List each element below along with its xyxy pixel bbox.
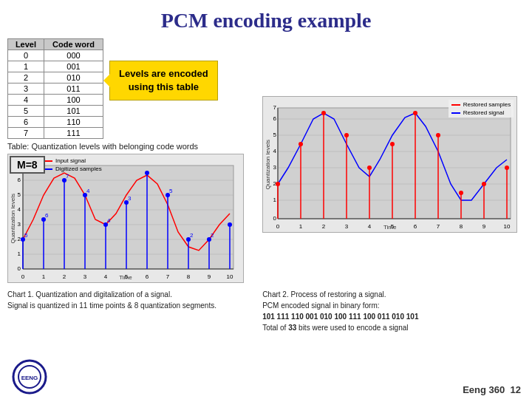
svg-point-88 [276,182,280,186]
table-cell: 3 [8,83,44,95]
svg-text:1: 1 [299,223,303,230]
svg-text:6: 6 [45,212,49,219]
table-row: 6110 [8,117,103,128]
chart2-caption-line1: Chart 2. Process of restoring a signal. [262,289,525,300]
svg-text:0: 0 [276,223,280,230]
table-row: 2010 [8,72,103,83]
svg-text:1: 1 [18,250,21,257]
svg-point-108 [505,166,509,170]
table-row: 0000 [8,50,103,61]
table-header-codeword: Code word [44,39,103,50]
svg-text:2: 2 [190,232,194,239]
chart1-caption-line2: Signal is quantized in 11 time points & … [7,300,255,311]
svg-point-94 [344,133,349,137]
svg-text:0: 0 [273,215,277,222]
page-number: 12 [511,384,521,395]
chart2: Restored samples Restored signal Quantiz… [262,96,517,233]
chart2-x-label: Time [383,224,396,231]
table-cell: 110 [44,117,103,128]
svg-text:5: 5 [24,232,28,239]
table-cell: 010 [44,72,103,83]
svg-point-100 [413,111,417,115]
chart2-legend-samples: Restored samples [451,101,511,108]
svg-text:3: 3 [273,164,277,171]
callout-bubble: Levels are encodedusing this table [109,61,218,100]
svg-text:4: 4 [107,217,111,224]
chart1-x-label: Time [8,274,243,281]
table-row: 3011 [8,83,103,95]
chart2-caption-line2: PCM encoded signal in binary form: [262,300,525,311]
table-row: 5101 [8,106,103,117]
svg-text:5: 5 [273,132,277,138]
table-row: 1001 [8,61,103,72]
chart1-legend-input: Input signal [38,157,102,164]
svg-point-47 [145,171,149,175]
svg-text:7: 7 [437,223,440,230]
footer-page: Eeng 360 12 [463,384,521,395]
table-cell: 5 [8,106,44,117]
encoding-table: Level Code word 000010012010301141005101… [7,38,103,139]
table-cell: 6 [8,117,44,128]
table-cell: 1 [8,61,44,72]
svg-text:1: 1 [273,197,277,203]
table-header-level: Level [8,39,44,50]
table-row: 7111 [8,128,103,139]
svg-text:4: 4 [86,188,90,194]
table-cell: 001 [44,61,103,72]
svg-text:EENG: EENG [21,375,38,381]
svg-text:6: 6 [18,177,21,183]
table-cell: 111 [44,128,103,139]
svg-point-90 [299,142,303,146]
svg-text:3: 3 [128,195,132,202]
svg-point-96 [367,166,372,170]
svg-text:9: 9 [482,223,486,230]
course-label: Eeng 360 [463,384,505,395]
svg-point-98 [390,142,395,146]
binary-code: 101 111 110 001 010 100 111 100 011 010 … [262,311,525,322]
chart2-caption-line3: Total of 33 bits were used to encode a s… [262,322,525,333]
chart1-caption-line1: Chart 1. Quantization and digitalization… [7,289,255,300]
svg-text:5: 5 [169,188,173,194]
svg-text:7: 7 [66,173,69,180]
logo: EENG [11,358,48,395]
svg-point-92 [321,111,326,115]
table-cell: 000 [44,50,103,61]
table-cell: 4 [8,95,44,106]
svg-text:8: 8 [460,223,463,230]
table-cell: 011 [44,83,103,95]
svg-text:3: 3 [18,221,21,228]
svg-text:10: 10 [504,223,511,230]
table-cell: 101 [44,106,103,117]
table-cell: 2 [8,72,44,83]
table-caption: Table: Quantization levels with belongin… [7,142,255,151]
svg-text:0: 0 [18,265,21,272]
svg-text:2: 2 [211,232,214,239]
svg-text:7: 7 [273,104,277,111]
svg-text:6: 6 [414,223,417,230]
chart1-svg: 0 1 2 3 4 5 6 7 0 1 2 3 4 5 6 7 8 9 10 [8,154,244,283]
svg-text:5: 5 [18,191,21,198]
chart1: M=8 Input signal Digitized samples Quant… [7,154,244,283]
svg-point-104 [459,191,463,195]
svg-text:2: 2 [18,236,21,242]
svg-text:4: 4 [273,148,277,154]
m8-badge: M=8 [10,156,45,174]
svg-text:3: 3 [345,223,349,230]
chart1-legend-digitized: Digitized samples [38,166,102,172]
svg-text:6: 6 [273,115,277,122]
table-cell: 100 [44,95,103,106]
page-title: PCM encoding example [0,0,532,38]
table-cell: 0 [8,50,44,61]
table-cell: 7 [8,128,44,139]
svg-text:4: 4 [368,223,372,230]
svg-point-102 [436,133,440,137]
svg-point-58 [228,222,232,227]
svg-text:2: 2 [322,223,326,230]
svg-text:4: 4 [18,206,21,213]
svg-point-106 [482,182,486,186]
svg-rect-59 [278,108,511,219]
svg-rect-0 [23,166,233,269]
chart2-legend-signal: Restored signal [451,109,511,116]
table-row: 4100 [8,95,103,106]
